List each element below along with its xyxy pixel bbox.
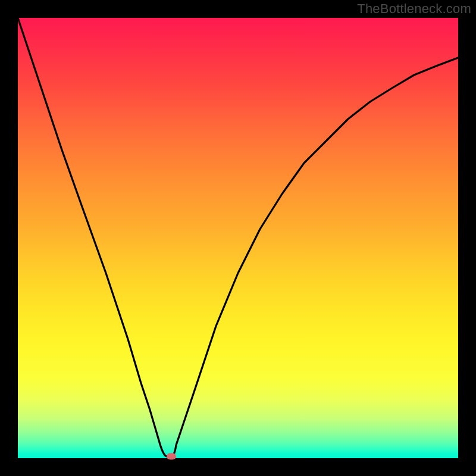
curve-path xyxy=(18,18,458,457)
chart-plot-area xyxy=(18,18,458,458)
watermark-text: TheBottleneck.com xyxy=(357,1,471,17)
marker-dot xyxy=(167,453,176,460)
bottleneck-curve xyxy=(18,18,458,458)
